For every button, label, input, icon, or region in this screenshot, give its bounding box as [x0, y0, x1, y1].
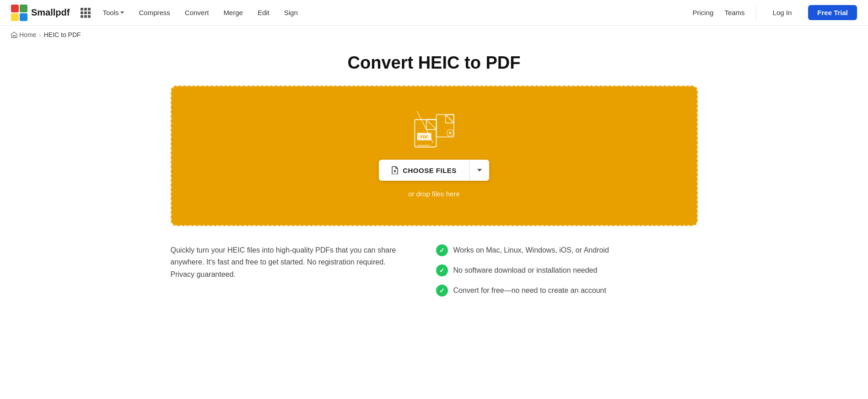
- check-icon-2: ✓: [439, 267, 445, 274]
- svg-point-13: [448, 132, 451, 134]
- pdf-illustration: PDF: [411, 114, 457, 151]
- feature-text-2: No software download or installation nee…: [453, 266, 598, 275]
- breadcrumb-home-link[interactable]: Home: [11, 31, 36, 38]
- svg-rect-0: [11, 5, 19, 12]
- feature-item-1: ✓ Works on Mac, Linux, Windows, iOS, or …: [436, 244, 698, 256]
- check-circle-2: ✓: [436, 264, 448, 276]
- drop-text: or drop files here: [408, 190, 460, 198]
- sign-nav[interactable]: Sign: [281, 7, 301, 18]
- svg-rect-4: [436, 114, 453, 137]
- apps-grid-icon[interactable]: [81, 8, 91, 18]
- logo-link[interactable]: Smallpdf: [11, 5, 70, 21]
- check-circle-1: ✓: [436, 244, 448, 256]
- teams-link[interactable]: Teams: [724, 9, 744, 16]
- features-description: Quickly turn your HEIC files into high-q…: [171, 244, 409, 297]
- merge-nav[interactable]: Merge: [221, 7, 246, 18]
- navbar-right: Pricing Teams Log In Free Trial: [693, 5, 857, 20]
- svg-rect-2: [11, 13, 19, 21]
- choose-files-dropdown-button[interactable]: [470, 160, 489, 181]
- check-icon-3: ✓: [439, 287, 445, 294]
- features-list: ✓ Works on Mac, Linux, Windows, iOS, or …: [436, 244, 698, 297]
- features-desc-text: Quickly turn your HEIC files into high-q…: [171, 244, 409, 280]
- svg-rect-1: [20, 5, 27, 12]
- svg-rect-7: [426, 119, 436, 129]
- main-content: Convert HEIC to PDF PDF: [160, 53, 709, 315]
- logo-icon: [11, 5, 27, 21]
- edit-nav[interactable]: Edit: [255, 7, 272, 18]
- pdf-files-icon: PDF: [411, 109, 457, 151]
- svg-text:PDF: PDF: [421, 135, 428, 139]
- tools-label: Tools: [102, 9, 119, 16]
- feature-item-3: ✓ Convert for free—no need to create an …: [436, 285, 698, 297]
- breadcrumb-home-label: Home: [19, 31, 36, 38]
- svg-rect-3: [20, 13, 27, 21]
- brand-name: Smallpdf: [31, 7, 70, 18]
- tools-menu[interactable]: Tools: [100, 7, 127, 18]
- check-icon-1: ✓: [439, 247, 445, 254]
- breadcrumb: Home › HEIC to PDF: [0, 26, 868, 44]
- features-section: Quickly turn your HEIC files into high-q…: [171, 244, 698, 315]
- compress-nav[interactable]: Compress: [136, 7, 173, 18]
- choose-files-wrapper: CHOOSE FILES: [379, 160, 489, 181]
- check-circle-3: ✓: [436, 285, 448, 297]
- upload-icon: [392, 166, 398, 174]
- home-icon: [11, 32, 17, 38]
- breadcrumb-separator: ›: [39, 32, 41, 38]
- pricing-link[interactable]: Pricing: [693, 9, 714, 16]
- login-button[interactable]: Log In: [767, 6, 798, 19]
- page-title: Convert HEIC to PDF: [171, 53, 698, 73]
- convert-nav[interactable]: Convert: [182, 7, 212, 18]
- drop-zone[interactable]: PDF CHOOSE FILES: [171, 86, 698, 226]
- nav-divider: [756, 5, 756, 20]
- dropdown-chevron-icon: [477, 169, 482, 172]
- breadcrumb-current: HEIC to PDF: [44, 31, 81, 38]
- feature-text-3: Convert for free—no need to create an ac…: [453, 286, 606, 295]
- navbar: Smallpdf Tools Compress Convert Merge Ed…: [0, 0, 868, 26]
- choose-files-button[interactable]: CHOOSE FILES: [379, 160, 469, 181]
- feature-item-2: ✓ No software download or installation n…: [436, 264, 698, 276]
- feature-text-1: Works on Mac, Linux, Windows, iOS, or An…: [453, 246, 609, 254]
- navbar-left: Smallpdf Tools Compress Convert Merge Ed…: [11, 5, 301, 21]
- free-trial-button[interactable]: Free Trial: [808, 5, 857, 20]
- choose-files-label: CHOOSE FILES: [403, 167, 457, 174]
- tools-chevron-icon: [120, 11, 124, 14]
